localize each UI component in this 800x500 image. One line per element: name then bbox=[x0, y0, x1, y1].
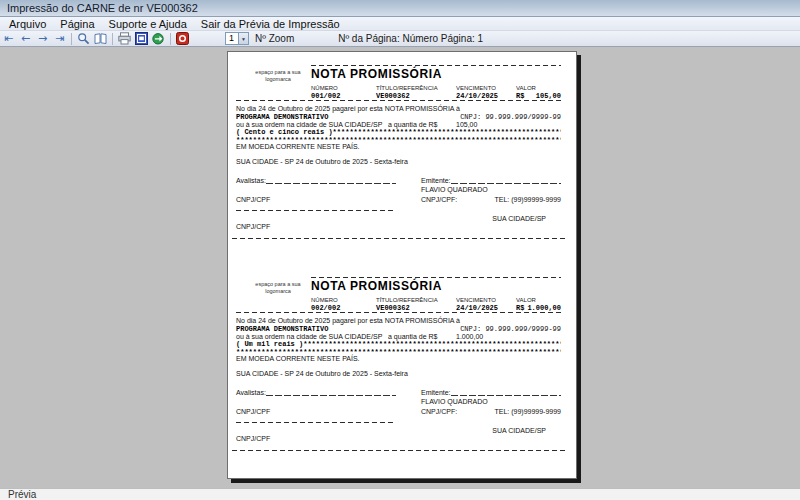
avalistas-row: Avalistas: bbox=[236, 176, 396, 184]
order-amount: 105,00 bbox=[456, 121, 477, 128]
menu-sair-previa[interactable]: Sair da Prévia de Impressão bbox=[194, 17, 347, 31]
signature-line bbox=[451, 391, 561, 396]
avalista2-cnpjcpf-label: CNPJ/CPF bbox=[236, 223, 270, 230]
col-header-numero: NÚMERO bbox=[311, 85, 338, 91]
emitente-row: Emitente: bbox=[421, 176, 561, 184]
window-title: Impressão do CARNE de nr VE000362 bbox=[7, 2, 198, 14]
emitente-name: FLAVIO QUADRADO bbox=[421, 186, 488, 193]
note-numero: 002/002 bbox=[311, 304, 340, 312]
first-page-icon: ⇤ bbox=[4, 32, 13, 46]
col-header-valor: VALOR bbox=[516, 85, 536, 91]
status-bar: Prévia bbox=[0, 488, 800, 500]
document-page: espaço para a sua logomarca NOTA PROMISS… bbox=[227, 51, 577, 479]
city-date-line: SUA CIDADE - SP 24 de Outubro de 2025 - … bbox=[236, 370, 408, 377]
col-header-vencimento: VENCIMENTO bbox=[456, 85, 496, 91]
emitente-label: Emitente: bbox=[421, 389, 451, 396]
note-numero: 001/002 bbox=[311, 92, 340, 100]
note-valor: 1.000,00 bbox=[527, 304, 561, 312]
emitente-telefone: TEL: (99)99999-9999 bbox=[494, 408, 561, 415]
note-title: NOTA PROMISSÓRIA bbox=[311, 67, 442, 81]
emitente-row: Emitente: bbox=[421, 388, 561, 396]
note-moeda-simbolo: R$ bbox=[516, 304, 524, 312]
emitente-telefone: TEL: (99)99999-9999 bbox=[494, 196, 561, 203]
emitente-name: FLAVIO QUADRADO bbox=[421, 398, 488, 405]
print-setup-button[interactable] bbox=[134, 32, 149, 46]
promise-line: No dia 24 de Outubro de 2025 pagarei por… bbox=[236, 105, 460, 112]
order-line: ou à sua ordem na cidade de SUA CIDADE/S… bbox=[236, 121, 437, 128]
promissory-note-1: espaço para a sua logomarca NOTA PROMISS… bbox=[228, 52, 576, 264]
magnifier-icon bbox=[77, 32, 90, 45]
promissory-note-2: espaço para a sua logomarca NOTA PROMISS… bbox=[228, 264, 576, 476]
export-globe-icon bbox=[152, 32, 165, 45]
note-vencimento: 24/10/2025 bbox=[456, 304, 498, 312]
toolbar-separator bbox=[71, 33, 72, 45]
zoom-level-value: 1 bbox=[226, 33, 238, 44]
order-line: ou à sua ordem na cidade de SUA CIDADE/S… bbox=[236, 333, 437, 340]
open-book-icon bbox=[94, 32, 107, 45]
city-date-line: SUA CIDADE - SP 24 de Outubro de 2025 - … bbox=[236, 158, 408, 165]
avalista-cnpjcpf-label: CNPJ/CPF bbox=[236, 196, 270, 203]
exit-preview-button[interactable] bbox=[175, 32, 190, 46]
emitente-cnpjcpf-label: CNPJ/CPF: bbox=[421, 408, 457, 415]
last-page-icon: ⇥ bbox=[55, 32, 64, 46]
col-header-valor: VALOR bbox=[516, 297, 536, 303]
note-cut-line bbox=[232, 450, 568, 452]
printer-icon bbox=[118, 32, 131, 45]
avalistas-row: Avalistas: bbox=[236, 388, 396, 396]
chevron-down-icon: ▼ bbox=[238, 33, 248, 44]
note-valor: 105,00 bbox=[536, 92, 561, 100]
avalistas-label: Avalistas: bbox=[236, 177, 266, 184]
logo-placeholder-text: espaço para a sua logomarca bbox=[246, 281, 310, 294]
window-title-bar: Impressão do CARNE de nr VE000362 bbox=[0, 0, 800, 17]
next-page-icon: → bbox=[38, 32, 47, 46]
beneficiary-cnpj: CNPJ: 99.999.999/9999-99 bbox=[460, 113, 561, 121]
emitente-label: Emitente: bbox=[421, 177, 451, 184]
export-button[interactable] bbox=[151, 32, 166, 46]
print-setup-icon bbox=[135, 32, 148, 45]
exit-icon bbox=[176, 32, 189, 45]
avalista2-cnpjcpf-label: CNPJ/CPF bbox=[236, 435, 270, 442]
page-number-info: Nº da Página: Número Página: 1 bbox=[338, 33, 483, 44]
order-amount: 1.000,00 bbox=[456, 333, 483, 340]
beneficiary-name: PROGRAMA DEMONSTRATIVO bbox=[236, 325, 328, 333]
promise-line: No dia 24 de Outubro de 2025 pagarei por… bbox=[236, 317, 460, 324]
zoom-button[interactable] bbox=[76, 32, 91, 46]
last-page-button[interactable]: ⇥ bbox=[52, 32, 67, 46]
avalistas-label: Avalistas: bbox=[236, 389, 266, 396]
previous-page-icon: ← bbox=[21, 32, 30, 46]
col-header-numero: NÚMERO bbox=[311, 297, 338, 303]
two-page-view-button[interactable] bbox=[93, 32, 108, 46]
note-dashed-line bbox=[236, 312, 561, 314]
avalista2-line bbox=[236, 422, 396, 424]
menu-suporte-ajuda[interactable]: Suporte e Ajuda bbox=[102, 17, 194, 31]
avalista2-line bbox=[236, 210, 396, 212]
emitente-cidade: SUA CIDADE/SP bbox=[492, 427, 546, 434]
avalista-cnpjcpf-label: CNPJ/CPF bbox=[236, 408, 270, 415]
beneficiary-cnpj: CNPJ: 99.999.999/9999-99 bbox=[460, 325, 561, 333]
currency-clause: EM MOEDA CORRENTE NESTE PAÍS. bbox=[236, 143, 360, 150]
beneficiary-name: PROGRAMA DEMONSTRATIVO bbox=[236, 113, 328, 121]
col-header-vencimento: VENCIMENTO bbox=[456, 297, 496, 303]
menu-pagina[interactable]: Página bbox=[53, 17, 101, 31]
signature-line bbox=[266, 391, 396, 396]
signature-line bbox=[266, 179, 396, 184]
toolbar-separator bbox=[112, 33, 113, 45]
toolbar: ⇤ ← → ⇥ 1 ▼ Nº Zoom Nº da Página: Número… bbox=[0, 31, 800, 47]
menu-arquivo[interactable]: Arquivo bbox=[2, 17, 53, 31]
col-header-titulo: TÍTULO/REFERÊNCIA bbox=[376, 297, 438, 303]
note-title: NOTA PROMISSÓRIA bbox=[311, 279, 442, 293]
next-page-button[interactable]: → bbox=[35, 32, 50, 46]
currency-clause: EM MOEDA CORRENTE NESTE PAÍS. bbox=[236, 355, 360, 362]
zoom-level-select[interactable]: 1 ▼ bbox=[225, 32, 249, 45]
menu-bar: Arquivo Página Suporte e Ajuda Sair da P… bbox=[0, 17, 800, 31]
first-page-button[interactable]: ⇤ bbox=[1, 32, 16, 46]
note-cut-line bbox=[232, 238, 568, 240]
note-dashed-line bbox=[236, 100, 561, 102]
note-referencia: VE000362 bbox=[376, 304, 410, 312]
previous-page-button[interactable]: ← bbox=[18, 32, 33, 46]
col-header-titulo: TÍTULO/REFERÊNCIA bbox=[376, 85, 438, 91]
print-button[interactable] bbox=[117, 32, 132, 46]
zoom-label: Nº Zoom bbox=[255, 33, 294, 44]
emitente-cidade: SUA CIDADE/SP bbox=[492, 215, 546, 222]
note-referencia: VE000362 bbox=[376, 92, 410, 100]
